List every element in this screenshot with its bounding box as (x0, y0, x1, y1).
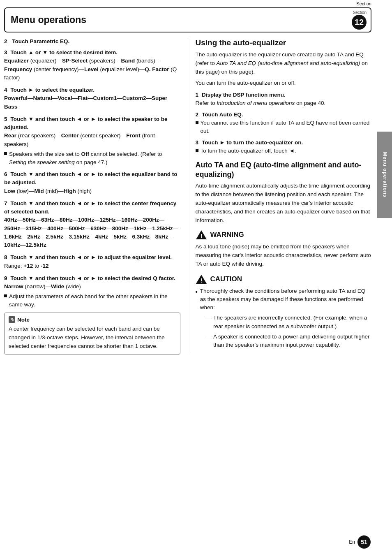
step-5-bullet: Speakers with the size set to Off cannot… (4, 150, 180, 166)
svg-text:!: ! (200, 277, 202, 284)
ae-step-1: 1Display the DSP function menu. Refer to… (196, 91, 372, 108)
step-7: 7Touch ▼ and then touch ◄ or ► to select… (4, 199, 180, 250)
sidebar-label: Menu operations (382, 152, 387, 197)
caution-box: ! CAUTION • Thoroughly check the conditi… (196, 273, 372, 350)
caution-sub-2: — A speaker is connected to a power amp … (205, 333, 372, 350)
step-4: 4Touch ► to select the equalizer. Powerf… (4, 86, 180, 111)
auto-equalizer-section: Using the auto-equalizer The auto-equali… (196, 38, 372, 155)
step-8: 8Touch ▼ and then touch ◄ or ► to adjust… (4, 253, 180, 270)
step-5: 5Touch ▼ and then touch ◄ or ► to select… (4, 115, 180, 166)
sidebar-tab: Menu operations (377, 132, 392, 218)
warning-header: WARNING (210, 231, 244, 239)
note-header: Note (17, 317, 30, 323)
step-2-num: 2 (4, 38, 7, 44)
section-label: Section (356, 1, 371, 7)
auto-ta-para: Auto-time alignment automatically adjust… (196, 182, 372, 225)
right-column: Using the auto-equalizer The auto-equali… (188, 38, 372, 354)
caution-triangle-icon: ! (196, 273, 207, 285)
page-title: Menu operations (11, 14, 352, 25)
warning-box: ! WARNING As a loud tone (noise) may be … (196, 229, 372, 269)
auto-equalizer-heading: Using the auto-equalizer (196, 38, 372, 48)
note-icon: ✎ (9, 316, 15, 323)
caution-bullet-1: • Thoroughly check the conditions before… (196, 287, 372, 312)
warning-triangle-icon: ! (196, 229, 207, 241)
step-9: 9Touch ▼ and then touch ◄ or ► to select… (4, 274, 180, 309)
footer-page-badge: 51 (357, 535, 371, 549)
caution-header: CAUTION (210, 275, 242, 283)
ae-step-2: 2Touch Auto EQ. You cannot use this func… (196, 111, 372, 135)
footer: En 51 (349, 535, 371, 549)
note-body: A center frequency can be selected for e… (9, 325, 176, 351)
caution-sub-items: — The speakers are incorrectly connected… (205, 314, 372, 349)
auto-ta-heading: Auto TA and EQ (auto-time alignment and … (196, 160, 372, 179)
auto-equalizer-para1: The auto-equalizer is the equalizer curv… (196, 51, 372, 76)
auto-ta-section: Auto TA and EQ (auto-time alignment and … (196, 160, 372, 349)
step-6: 6Touch ▼ and then touch ◄ or ► to select… (4, 170, 180, 195)
svg-text:!: ! (200, 233, 202, 239)
step-2-title: Touch Parametric EQ. (12, 38, 69, 44)
footer-lang: En (349, 539, 355, 545)
step-2: 2 Touch Parametric EQ. (4, 38, 180, 44)
ae-step-3: 3Touch ► to turn the auto-equalizer on. … (196, 139, 372, 155)
section-text: Section (353, 10, 367, 15)
caution-sub-1: — The speakers are incorrectly connected… (205, 314, 372, 331)
step-3: 3Touch ▲ or ▼ to select the desired item… (4, 49, 180, 82)
step-9-bullet: Adjust the parameters of each band for t… (4, 292, 180, 308)
warning-body: As a loud tone (noise) may be emitted fr… (196, 243, 372, 269)
left-column: 2 Touch Parametric EQ. 3Touch ▲ or ▼ to … (4, 38, 188, 354)
section-badge: 12 (352, 15, 367, 30)
auto-equalizer-para2: You can turn the auto-equalizer on or of… (196, 79, 372, 88)
note-box: ✎ Note A center frequency can be selecte… (4, 313, 180, 354)
